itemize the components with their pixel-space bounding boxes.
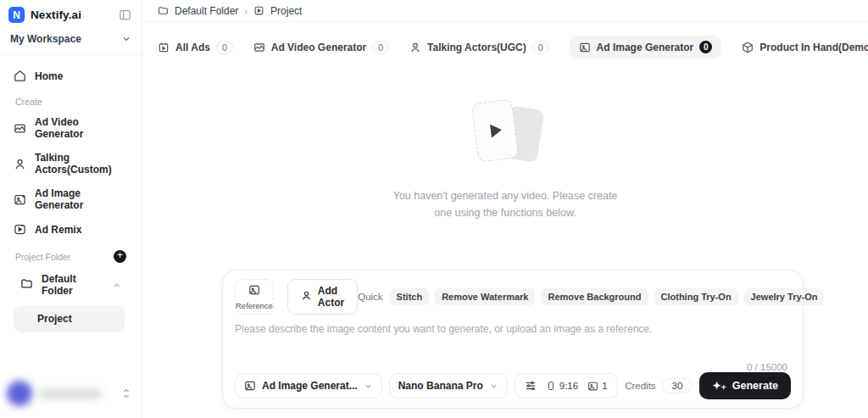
chevron-down-icon: [489, 382, 498, 391]
prompt-input[interactable]: [235, 323, 791, 369]
tab-talking-actors-ugc[interactable]: Talking Actors(UGC) 0: [409, 41, 549, 54]
chip-stitch[interactable]: Stitch: [390, 288, 430, 305]
workspace-selector[interactable]: My Workspace: [0, 28, 142, 55]
avatar: [7, 381, 32, 406]
credits-value: 30: [662, 378, 693, 393]
tab-label: Ad Image Generator: [597, 42, 694, 53]
workspace-label: My Workspace: [10, 33, 81, 45]
cube-icon: [742, 42, 754, 53]
chevron-updown-icon: [121, 387, 131, 399]
sidebar-header: N Nextify.ai: [0, 0, 142, 28]
sidebar-item-ad-video-generator[interactable]: Ad Video Generator: [7, 110, 135, 146]
tab-label: Product In Hand(Demo): [760, 42, 868, 53]
image-icon: [587, 381, 598, 392]
credits-label: Credits: [625, 381, 655, 391]
tab-bar: All Ads 0 Ad Video Generator 0 Talking A…: [142, 22, 868, 59]
breadcrumb: Default Folder › Project: [142, 0, 868, 22]
tab-label: All Ads: [175, 42, 210, 53]
model-dropdown[interactable]: Nano Banana Pro: [389, 373, 508, 398]
sidebar-item-label: Default Folder: [42, 273, 103, 297]
model-dropdown-value: Nano Banana Pro: [398, 380, 483, 392]
tab-count: 0: [372, 41, 389, 54]
video-frames-icon: [253, 42, 265, 53]
user-account-menu[interactable]: [0, 372, 142, 418]
add-actor-button[interactable]: Add Actor: [287, 279, 358, 315]
image-count-value: 1: [602, 381, 607, 391]
chevron-down-icon: [121, 34, 131, 44]
all-ads-icon: [158, 42, 170, 53]
sidebar-item-default-folder[interactable]: Default Folder: [14, 266, 128, 304]
breadcrumb-page[interactable]: Project: [270, 5, 302, 17]
character-counter: 0 / 15000: [747, 362, 787, 372]
empty-state-message: You haven't generated any video. Please …: [393, 187, 618, 221]
brand-name: Nextify.ai: [31, 8, 81, 21]
composer-controls: Ad Image Generat... Nano Banana Pro 9:16: [235, 372, 791, 399]
brand-logo: N: [8, 7, 25, 23]
reference-label: Reference: [236, 301, 273, 310]
settings-sliders-icon[interactable]: [525, 380, 537, 392]
tab-count: 0: [216, 41, 233, 54]
tab-product-in-hand[interactable]: Product In Hand(Demo) 0: [742, 41, 868, 54]
chip-clothing-try-on[interactable]: Clothing Try-On: [654, 288, 738, 305]
sidebar-item-label: Ad Image Generator: [35, 187, 128, 211]
empty-state: You haven't generated any video. Please …: [142, 98, 868, 221]
sidebar-item-ad-remix[interactable]: Ad Remix: [7, 217, 135, 242]
sidebar-item-label: Ad Remix: [35, 224, 81, 236]
portrait-phone-icon: [546, 381, 556, 391]
sidebar-item-label: Talking Actors(Custom): [35, 152, 128, 176]
composer-panel: Reference Add Actor Quick Stitch Remove …: [222, 270, 804, 409]
aspect-ratio-value: 9:16: [559, 381, 578, 391]
play-square-icon: [253, 5, 264, 16]
aspect-ratio-option[interactable]: 9:16: [546, 381, 578, 391]
empty-state-illustration: [454, 98, 556, 176]
tab-label: Talking Actors(UGC): [427, 42, 526, 53]
quick-actions: Quick Stitch Remove Watermark Remove Bac…: [358, 288, 824, 305]
chip-remove-watermark[interactable]: Remove Watermark: [435, 288, 535, 305]
breadcrumb-separator: ›: [244, 6, 248, 16]
image-plus-icon: [14, 193, 26, 206]
video-frames-icon: [14, 122, 26, 135]
sidebar-item-home[interactable]: Home: [7, 64, 135, 88]
user-name-redacted: [39, 389, 102, 398]
person-icon: [409, 42, 421, 53]
sidebar-item-talking-actors[interactable]: Talking Actors(Custom): [7, 146, 135, 181]
sidebar-item-project[interactable]: Project: [14, 305, 125, 332]
credits-display: Credits 30: [625, 378, 693, 393]
breadcrumb-folder[interactable]: Default Folder: [175, 5, 238, 17]
image-icon: [579, 42, 591, 53]
chevron-up-icon: [112, 281, 121, 290]
folder-icon: [20, 277, 33, 293]
play-star-icon: [14, 223, 26, 236]
card-front-shape: [471, 98, 519, 162]
tab-count: 0: [532, 41, 549, 54]
sidebar: N Nextify.ai My Workspace Home Create Ad…: [0, 0, 142, 418]
quick-label: Quick: [358, 292, 382, 302]
generate-button[interactable]: ✦₊ Generate: [699, 372, 791, 399]
image-count-option[interactable]: 1: [587, 381, 607, 392]
create-section-label: Create: [7, 88, 135, 110]
sidebar-item-ad-image-generator[interactable]: Ad Image Generator: [7, 181, 135, 217]
image-icon: [244, 380, 256, 392]
image-icon: [248, 284, 260, 299]
folder-icon: [158, 5, 169, 16]
chip-jewelry-try-on[interactable]: Jewelry Try-On: [744, 288, 825, 305]
home-icon: [14, 70, 26, 82]
add-actor-label: Add Actor: [318, 285, 344, 309]
sidebar-item-label: Ad Video Generator: [35, 116, 128, 140]
add-folder-button[interactable]: +: [114, 250, 126, 263]
chip-remove-background[interactable]: Remove Background: [541, 288, 648, 305]
tab-ad-video-generator[interactable]: Ad Video Generator 0: [253, 41, 389, 54]
chevron-down-icon: [364, 382, 373, 391]
tab-label: Ad Video Generator: [271, 42, 366, 53]
sparkle-icon: ✦₊: [712, 381, 726, 391]
sidebar-collapse-icon[interactable]: [119, 8, 131, 21]
reference-upload-button[interactable]: Reference: [235, 279, 274, 315]
tab-all-ads[interactable]: All Ads 0: [158, 41, 233, 54]
play-icon: [490, 123, 503, 137]
person-icon: [14, 158, 26, 170]
mode-dropdown-value: Ad Image Generat...: [262, 380, 358, 392]
project-folder-section: Project Folder +: [7, 242, 135, 266]
sidebar-item-label: Project: [37, 313, 72, 325]
tab-ad-image-generator[interactable]: Ad Image Generator 0: [570, 36, 722, 59]
mode-dropdown[interactable]: Ad Image Generat...: [235, 373, 382, 398]
